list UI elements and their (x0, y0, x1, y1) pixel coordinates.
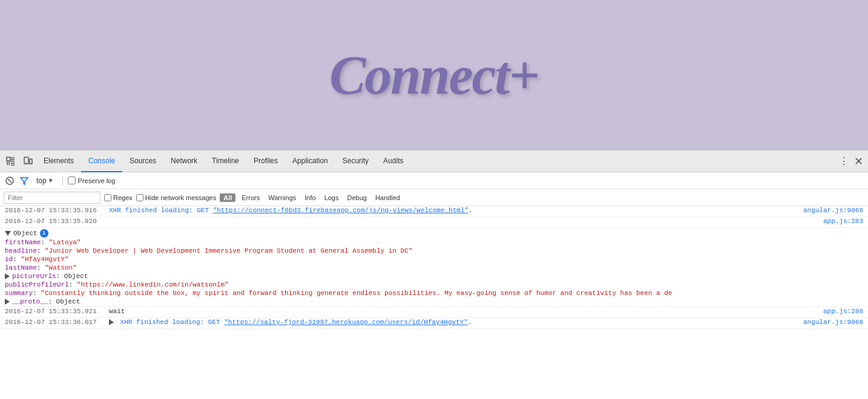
devtools-close-icon[interactable]: ✕ (851, 154, 866, 169)
svg-rect-2 (30, 159, 32, 164)
console-output: 2016-12-07 15:33:35.916 XHR finished loa… (0, 206, 868, 399)
level-handled-btn[interactable]: Handled (373, 193, 403, 202)
tab-console[interactable]: Console (81, 151, 122, 172)
object-field-collapsed[interactable]: pictureUrls: Object (5, 272, 868, 281)
app-header: Connect+ (0, 0, 868, 150)
object-field: lastName: "Watson" (5, 264, 868, 272)
tab-sources[interactable]: Sources (122, 151, 163, 172)
tab-network[interactable]: Network (163, 151, 205, 172)
level-info-btn[interactable]: Info (302, 193, 318, 202)
context-filter-dropdown[interactable]: top ▼ (33, 175, 58, 186)
devtools-panel: Elements Console Sources Network Timelin… (0, 150, 868, 399)
expand-icon[interactable] (5, 299, 10, 305)
devtools-more-icon[interactable]: ⋮ (837, 154, 851, 169)
tab-security[interactable]: Security (335, 151, 376, 172)
object-field: id: "Hfay4HgvtY" (5, 255, 868, 264)
app-logo: Connect+ (329, 44, 538, 106)
regex-option[interactable]: Regex (104, 194, 133, 201)
expand-icon[interactable] (5, 273, 10, 279)
dropdown-arrow-icon: ▼ (48, 177, 54, 184)
inspect-element-icon[interactable] (2, 153, 19, 170)
log-timestamp: 2016-12-07 15:33:36.017 (0, 319, 109, 326)
log-source[interactable]: angular.js:9866 (795, 207, 868, 214)
device-toolbar-icon[interactable] (19, 153, 36, 170)
svg-rect-0 (7, 157, 10, 161)
object-field: summary: "Constantly thinking outside th… (5, 289, 822, 297)
console-toolbar: top ▼ Preserve log (0, 172, 868, 189)
svg-line-6 (8, 179, 12, 183)
object-field: firstName: "Latoya" (5, 238, 868, 247)
log-entry: 2016-12-07 15:33:35.916 XHR finished loa… (0, 206, 868, 217)
log-timestamp: 2016-12-07 15:33:35.916 (0, 207, 109, 214)
object-collapse-icon[interactable] (5, 231, 11, 236)
tab-elements[interactable]: Elements (36, 151, 81, 172)
log-entry: 2016-12-07 15:33:35.921 wait app.js:286 (0, 307, 868, 318)
tab-profiles[interactable]: Profiles (246, 151, 285, 172)
level-errors-btn[interactable]: Errors (239, 193, 262, 202)
clear-console-icon[interactable] (4, 175, 16, 187)
level-logs-btn[interactable]: Logs (322, 193, 341, 202)
log-line: 2016-12-07 15:33:35.921 wait app.js:286 (0, 308, 868, 317)
log-timestamp: 2016-12-07 15:33:35.920 (0, 218, 109, 225)
level-warnings-btn[interactable]: Warnings (266, 193, 298, 202)
log-entry: Object i firstName: "Latoya" headline: "… (0, 228, 868, 307)
tab-audits[interactable]: Audits (376, 151, 410, 172)
regex-checkbox[interactable] (104, 194, 111, 201)
object-field: headline: "Junior Web Developer | Web De… (5, 247, 868, 255)
log-line: 2016-12-07 15:33:35.916 XHR finished loa… (0, 207, 868, 216)
svg-point-4 (30, 163, 31, 163)
hide-network-checkbox[interactable] (136, 194, 143, 201)
object-field-collapsed[interactable]: __proto__: Object (5, 297, 868, 306)
log-timestamp: 2016-12-07 15:33:35.921 (0, 308, 109, 315)
preserve-log-label[interactable]: Preserve log (68, 177, 116, 184)
svg-point-3 (26, 162, 27, 163)
tab-application[interactable]: Application (285, 151, 335, 172)
log-content: wait (109, 308, 795, 315)
object-field: publicProfileUrl: "https://www.linkedin.… (5, 281, 868, 289)
log-source[interactable]: app.js:283 (795, 218, 868, 225)
log-line: 2016-12-07 15:33:36.017 XHR finished loa… (0, 319, 868, 328)
preserve-log-checkbox[interactable] (68, 177, 76, 184)
toolbar-divider (62, 176, 63, 186)
log-source[interactable]: app.js:286 (795, 308, 868, 315)
log-line: 2016-12-07 15:33:35.920 app.js:283 (0, 218, 868, 227)
filter-bar: Regex Hide network messages All Errors W… (0, 189, 868, 206)
hide-network-option[interactable]: Hide network messages (136, 194, 216, 201)
log-content: XHR finished loading: GET "https://salty… (109, 319, 795, 326)
object-label: Object (13, 230, 38, 237)
filter-input[interactable] (4, 192, 100, 204)
log-entry: 2016-12-07 15:33:36.017 XHR finished loa… (0, 318, 868, 329)
object-info-icon: i (40, 229, 48, 238)
expand-xhr-icon[interactable] (109, 319, 114, 325)
tab-timeline[interactable]: Timeline (205, 151, 246, 172)
filter-icon[interactable] (18, 175, 30, 187)
log-content: XHR finished loading: GET "https://conne… (109, 207, 795, 214)
log-source[interactable]: angular.js:9866 (795, 319, 868, 326)
level-all-badge[interactable]: All (220, 193, 235, 202)
devtools-tabs-bar: Elements Console Sources Network Timelin… (0, 151, 868, 172)
level-debug-btn[interactable]: Debug (344, 193, 369, 202)
log-entry: 2016-12-07 15:33:35.920 app.js:283 (0, 217, 868, 228)
